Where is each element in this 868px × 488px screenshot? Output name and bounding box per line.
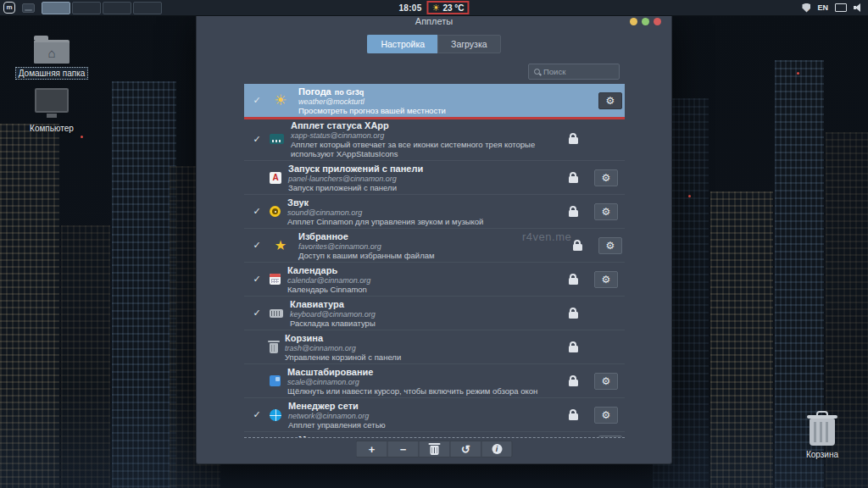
applet-row[interactable]: Запуск приложений с панели panel-launche… [244,160,625,194]
lock-column [559,134,587,144]
applet-icon [270,134,284,144]
configure-button[interactable] [594,271,618,288]
info-icon [492,444,502,454]
applet-text: Клавиатура keyboard@cinnamon.org Расклад… [283,298,554,328]
gear-column [587,339,625,356]
trash-icon [431,446,439,455]
maximize-button[interactable] [642,18,649,25]
window-list-item[interactable] [72,2,101,14]
close-button[interactable] [654,18,661,25]
applet-uuid: network@cinnamon.org [288,412,553,420]
keyboard-layout-indicator[interactable]: EN [817,3,828,12]
applet-icon [270,92,292,109]
lock-column [559,173,587,183]
lock-column [563,241,592,251]
configure-button[interactable] [594,373,618,390]
applet-title: Масштабирование [287,367,373,377]
lock-column [559,410,587,420]
applet-title: Звук [287,197,309,208]
applet-description: Календарь Cinnamon [287,285,552,294]
gear-column [587,305,625,322]
applet-icon [270,237,292,254]
applet-text: Корзина trash@cinnamon.org Управление ко… [278,332,549,362]
applet-row[interactable]: ✓ Менеджер сети network@cinnamon.org Апп… [244,397,625,431]
applet-description: Запуск приложений с панели [288,183,553,192]
applet-uuid: xapp-status@cinnamon.org [291,131,555,140]
gear-column [587,271,625,288]
tabs: Настройка Загрузка [197,35,671,53]
applet-text: Избранное favorites@cinnamon.org Доступ … [292,230,563,260]
lock-column [559,274,587,285]
restore-defaults-button[interactable]: ↺ [450,441,481,458]
lock-icon [569,176,578,183]
panel-weather-applet[interactable]: ☀ 23 °C [427,1,470,14]
applet-row[interactable]: ✓ Меню menu@cinnamon.org [244,431,625,438]
window-list-item[interactable] [42,2,70,14]
enabled-checkmark: ✓ [244,308,270,319]
window-list-item[interactable] [133,2,162,14]
applet-row[interactable]: Корзина trash@cinnamon.org Управление ко… [244,330,625,363]
home-folder-icon [34,40,70,64]
applet-row[interactable]: ✓ Апплет статуса XApp xapp-status@cinnam… [244,117,625,160]
applet-title: Календарь [287,265,337,275]
display-icon[interactable] [835,3,847,12]
volume-icon[interactable] [854,3,863,12]
uninstall-applet-button[interactable] [419,441,450,458]
lock-icon [569,380,578,386]
lock-column [559,207,587,217]
building-warning-light [797,72,799,75]
tab-download[interactable]: Загрузка [437,35,500,53]
show-desktop-icon[interactable] [22,3,35,13]
applet-title: Запуск приложений с панели [288,164,423,174]
update-badge [808,9,812,14]
applet-title: Корзина [285,333,323,343]
desktop-icon-computer[interactable]: Компьютер [15,88,88,134]
configure-button[interactable] [598,237,622,254]
configure-button[interactable] [598,92,622,109]
applet-row[interactable]: ✓ Избранное favorites@cinnamon.org Досту… [244,228,625,262]
trash-handle [816,411,828,417]
window-list-item[interactable] [103,2,131,14]
gear-column [587,130,625,147]
applet-row[interactable]: Масштабирование scale@cinnamon.org Щёлкн… [244,363,625,397]
tab-manage[interactable]: Настройка [367,35,437,53]
applet-row[interactable]: ✓ Звук sound@cinnamon.org Апплет Cinnamo… [244,194,625,228]
top-panel: m 18:05 ☀ 23 °C EN [0,0,868,16]
applet-text: Календарь calendar@cinnamon.org Календар… [281,264,552,294]
applet-uuid: sound@cinnamon.org [287,208,552,217]
applet-uuid: keyboard@cinnamon.org [290,310,554,319]
applet-row[interactable]: ✓ Календарь calendar@cinnamon.org Календ… [244,262,625,296]
applet-icon [270,172,281,184]
configure-button[interactable] [594,203,618,220]
gear-icon [602,173,611,183]
applet-row[interactable]: ✓ Клавиатура keyboard@cinnamon.org Раскл… [244,296,625,330]
applet-row[interactable]: ✓ Погодапо Gr3q weather@mockturtl Просмо… [244,84,625,117]
search-box[interactable] [528,64,620,80]
clock-applet[interactable]: 18:05 [398,3,421,13]
gear-icon [602,410,611,420]
sun-icon: ☀ [432,3,441,13]
applet-description: Раскладка клавиатуры [290,319,554,328]
remove-applet-button[interactable]: − [387,441,419,458]
minimize-button[interactable] [630,18,637,25]
about-applet-button[interactable] [481,441,513,458]
configure-button[interactable] [598,435,622,438]
gear-icon [602,376,611,386]
desktop-icon-home[interactable]: Домашняя папка [14,34,90,80]
lock-icon [573,244,582,251]
building-warning-light [81,136,83,138]
update-manager-icon[interactable] [802,3,810,13]
configure-button[interactable] [594,169,618,186]
search-input[interactable] [543,67,614,76]
trash-icon [810,419,835,446]
applet-text: Звук sound@cinnamon.org Апплет Cinnamon … [281,197,552,226]
applet-list: ✓ Погодапо Gr3q weather@mockturtl Просмо… [244,84,625,438]
mint-menu-icon[interactable]: m [3,2,15,14]
enabled-checkmark: ✓ [244,240,270,251]
add-applet-button[interactable]: + [356,441,387,458]
configure-button[interactable] [594,407,618,424]
desktop-icon-trash[interactable]: Корзина [788,410,856,460]
applet-uuid: trash@cinnamon.org [285,344,549,352]
search-icon [534,69,540,75]
computer-icon [35,88,69,113]
